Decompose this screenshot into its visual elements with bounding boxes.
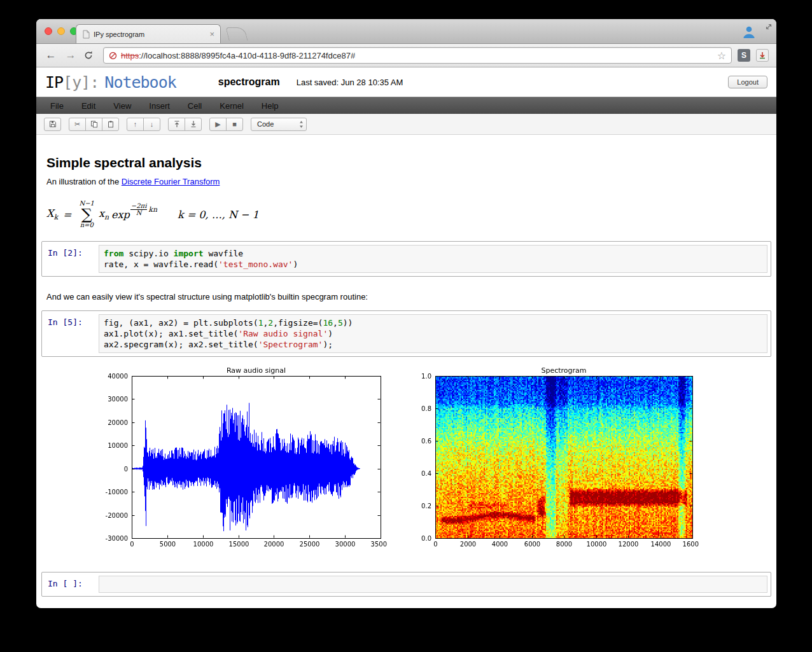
- menu-kernel[interactable]: Kernel: [211, 97, 253, 114]
- play-icon: ▶: [215, 120, 220, 128]
- code-editor[interactable]: fig, (ax1, ax2) = plt.subplots(1,2,figsi…: [99, 314, 767, 353]
- back-button[interactable]: ←: [44, 48, 58, 62]
- menu-help[interactable]: Help: [253, 97, 288, 114]
- new-tab-button[interactable]: [225, 27, 248, 41]
- scissors-icon: ✂: [74, 120, 80, 128]
- menu-insert[interactable]: Insert: [140, 97, 179, 114]
- interrupt-kernel-button[interactable]: ■: [226, 118, 243, 131]
- insert-cell-above-button[interactable]: [168, 118, 185, 131]
- desktop: { "browser": { "tab_title": "IPy spectro…: [0, 0, 812, 652]
- stop-icon: ■: [232, 120, 237, 128]
- code-editor[interactable]: [99, 576, 767, 593]
- input-prompt: In [2]:: [45, 245, 99, 273]
- logo-ip: IP: [45, 73, 63, 92]
- reload-button[interactable]: [83, 50, 97, 60]
- clipboard-icon: [107, 120, 115, 128]
- save-button[interactable]: [44, 118, 61, 131]
- menu-edit[interactable]: Edit: [73, 97, 104, 114]
- spectrogram-plot: [412, 366, 699, 555]
- cell-output: [97, 366, 776, 555]
- menu-view[interactable]: View: [104, 97, 140, 114]
- logo-y: [y]:: [63, 73, 99, 92]
- arrow-down-icon: ↓: [150, 120, 154, 128]
- insert-cell-below-button[interactable]: [185, 118, 202, 131]
- extension-icon[interactable]: S: [738, 49, 750, 62]
- notebook-header: IP[y]:Notebook spectrogram Last saved: J…: [36, 67, 776, 97]
- formula-xn: xn: [99, 207, 109, 221]
- sigma-sum: N−1 ∑ n=0: [79, 200, 94, 228]
- section-heading: Simple spectral analysis: [46, 155, 776, 170]
- input-prompt: In [ ]:: [45, 576, 99, 593]
- cell-toolbar: ✂ ↑ ↓ ▶ ■: [36, 114, 776, 135]
- tab-title: IPy spectrogram: [94, 31, 206, 38]
- resize-window-icon[interactable]: [764, 22, 773, 31]
- input-prompt: In [5]:: [45, 314, 99, 353]
- run-cell-button[interactable]: ▶: [209, 118, 227, 131]
- url-bar[interactable]: https://localhost:8888/8995fc4a-410d-411…: [103, 47, 732, 64]
- arrow-to-bottom-icon: [190, 120, 197, 128]
- copy-icon: [90, 120, 98, 128]
- browser-tab[interactable]: IPy spectrogram ×: [76, 24, 221, 43]
- url-scheme: https: [121, 51, 139, 60]
- code-cell: In [2]: from scipy.io import wavfilerate…: [41, 241, 771, 277]
- select-stepper-icon: [299, 120, 304, 128]
- menu-file[interactable]: File: [41, 97, 73, 114]
- notebook-title[interactable]: spectrogram: [218, 76, 280, 88]
- forward-button[interactable]: →: [64, 48, 78, 62]
- menu-cell[interactable]: Cell: [179, 97, 211, 114]
- floppy-icon: [49, 120, 57, 128]
- move-cell-down-button[interactable]: ↓: [143, 118, 160, 131]
- browser-window: IPy spectrogram × ← → https://localhost:…: [36, 19, 776, 608]
- formula-exponent: −2πiN kn: [130, 203, 157, 216]
- code-cell: In [5]: fig, (ax1, ax2) = plt.subplots(1…: [41, 310, 771, 357]
- minimize-window-button[interactable]: [57, 27, 65, 35]
- insecure-icon: [109, 52, 117, 60]
- menu-bar: File Edit View Insert Cell Kernel Help: [36, 97, 776, 114]
- arrow-to-top-icon: [173, 120, 181, 128]
- logo-notebook: Notebook: [104, 73, 176, 92]
- code-editor[interactable]: from scipy.io import wavfilerate, x = wa…: [99, 245, 767, 273]
- notebook-page: IP[y]:Notebook spectrogram Last saved: J…: [36, 67, 776, 597]
- copy-cell-button[interactable]: [85, 118, 102, 131]
- close-window-button[interactable]: [45, 27, 52, 35]
- intro-prefix: An illustration of the: [46, 177, 122, 186]
- waveform-plot: [97, 366, 387, 555]
- move-cell-up-button[interactable]: ↑: [127, 118, 144, 131]
- cut-cell-button[interactable]: ✂: [69, 118, 86, 131]
- url-path: ://localhost:8888/8995fc4a-410d-4118-9df…: [139, 51, 355, 60]
- profile-avatar-icon[interactable]: [741, 23, 757, 40]
- extension-icon[interactable]: [756, 49, 769, 62]
- browser-titlebar: IPy spectrogram ×: [36, 19, 776, 44]
- bookmark-star-icon[interactable]: ☆: [717, 50, 726, 62]
- formula-lhs: Xk: [46, 207, 58, 221]
- cell-type-select[interactable]: Code: [251, 118, 307, 131]
- url-text: https://localhost:8888/8995fc4a-410d-411…: [121, 51, 355, 60]
- logout-button[interactable]: Logout: [728, 76, 767, 88]
- browser-toolbar: ← → https://localhost:8888/8995fc4a-410d…: [36, 44, 776, 67]
- arrow-up-icon: ↑: [134, 120, 137, 128]
- dft-formula: Xk = N−1 ∑ n=0 xn exp −2πiN kn k = 0, …,…: [46, 198, 776, 231]
- dft-link[interactable]: Discrete Fourier Transform: [122, 177, 220, 186]
- intro-text: An illustration of the Discrete Fourier …: [46, 177, 776, 186]
- cell-type-value: Code: [257, 120, 274, 128]
- body-text: And we can easily view it's spectral str…: [46, 292, 776, 302]
- ipython-logo[interactable]: IP[y]:Notebook: [45, 73, 176, 92]
- notebook-content: Simple spectral analysis An illustration…: [36, 135, 776, 597]
- last-saved-text: Last saved: Jun 28 10:35 AM: [297, 78, 403, 87]
- tab-favicon-icon: [82, 30, 90, 39]
- paste-cell-button[interactable]: [102, 118, 119, 131]
- code-cell: In [ ]:: [41, 572, 771, 597]
- tab-close-icon[interactable]: ×: [209, 30, 214, 38]
- traffic-lights: [45, 27, 78, 35]
